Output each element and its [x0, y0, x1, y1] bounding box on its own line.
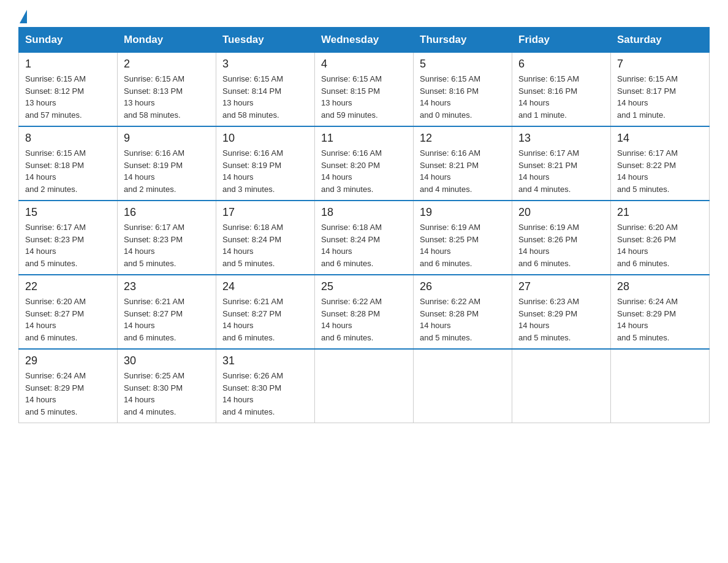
day-number: 6: [518, 58, 604, 71]
day-number: 2: [124, 58, 210, 71]
day-number: 18: [321, 206, 407, 219]
logo-triangle-icon: [20, 10, 27, 23]
calendar-cell: 8Sunrise: 6:15 AMSunset: 8:18 PM14 hours…: [19, 126, 118, 201]
day-info: Sunrise: 6:20 AMSunset: 8:26 PM14 hoursa…: [617, 221, 703, 269]
col-header-wednesday: Wednesday: [315, 28, 414, 53]
day-info: Sunrise: 6:15 AMSunset: 8:14 PM13 hoursa…: [222, 73, 308, 121]
col-header-friday: Friday: [512, 28, 611, 53]
calendar-cell: [414, 349, 512, 423]
calendar-week-2: 8Sunrise: 6:15 AMSunset: 8:18 PM14 hours…: [19, 126, 710, 201]
calendar-cell: 17Sunrise: 6:18 AMSunset: 8:24 PM14 hour…: [216, 201, 315, 275]
day-info: Sunrise: 6:16 AMSunset: 8:19 PM14 hoursa…: [222, 147, 308, 195]
logo: [18, 12, 27, 21]
day-info: Sunrise: 6:15 AMSunset: 8:15 PM13 hoursa…: [321, 73, 407, 121]
day-number: 13: [518, 132, 604, 145]
day-info: Sunrise: 6:15 AMSunset: 8:16 PM14 hoursa…: [420, 73, 506, 121]
col-header-thursday: Thursday: [414, 28, 512, 53]
calendar-cell: 2Sunrise: 6:15 AMSunset: 8:13 PM13 hours…: [118, 53, 216, 127]
calendar-table: SundayMondayTuesdayWednesdayThursdayFrid…: [18, 27, 710, 423]
day-number: 8: [25, 132, 111, 145]
day-number: 24: [222, 280, 308, 293]
day-number: 29: [25, 354, 111, 367]
calendar-cell: 23Sunrise: 6:21 AMSunset: 8:27 PM14 hour…: [118, 275, 216, 349]
day-info: Sunrise: 6:15 AMSunset: 8:16 PM14 hoursa…: [518, 73, 604, 121]
day-info: Sunrise: 6:25 AMSunset: 8:30 PM14 hoursa…: [124, 370, 210, 418]
day-number: 28: [617, 280, 703, 293]
day-number: 9: [124, 132, 210, 145]
day-info: Sunrise: 6:15 AMSunset: 8:17 PM14 hoursa…: [617, 73, 703, 121]
day-info: Sunrise: 6:15 AMSunset: 8:12 PM13 hoursa…: [25, 73, 111, 121]
calendar-cell: 11Sunrise: 6:16 AMSunset: 8:20 PM14 hour…: [315, 126, 414, 201]
calendar-cell: 12Sunrise: 6:16 AMSunset: 8:21 PM14 hour…: [414, 126, 512, 201]
day-number: 1: [25, 58, 111, 71]
calendar-cell: 10Sunrise: 6:16 AMSunset: 8:19 PM14 hour…: [216, 126, 315, 201]
day-info: Sunrise: 6:16 AMSunset: 8:19 PM14 hoursa…: [124, 147, 210, 195]
calendar-cell: 4Sunrise: 6:15 AMSunset: 8:15 PM13 hours…: [315, 53, 414, 127]
calendar-cell: [315, 349, 414, 423]
calendar-cell: 3Sunrise: 6:15 AMSunset: 8:14 PM13 hours…: [216, 53, 315, 127]
calendar-cell: 20Sunrise: 6:19 AMSunset: 8:26 PM14 hour…: [512, 201, 611, 275]
calendar-cell: 27Sunrise: 6:23 AMSunset: 8:29 PM14 hour…: [512, 275, 611, 349]
day-number: 23: [124, 280, 210, 293]
day-number: 17: [222, 206, 308, 219]
col-header-sunday: Sunday: [19, 28, 118, 53]
day-info: Sunrise: 6:23 AMSunset: 8:29 PM14 hoursa…: [518, 296, 604, 343]
day-info: Sunrise: 6:16 AMSunset: 8:20 PM14 hoursa…: [321, 147, 407, 195]
calendar-cell: 30Sunrise: 6:25 AMSunset: 8:30 PM14 hour…: [118, 349, 216, 423]
calendar-cell: 6Sunrise: 6:15 AMSunset: 8:16 PM14 hours…: [512, 53, 611, 127]
day-info: Sunrise: 6:19 AMSunset: 8:25 PM14 hoursa…: [420, 221, 506, 269]
day-number: 16: [124, 206, 210, 219]
calendar-cell: [512, 349, 611, 423]
calendar-cell: 28Sunrise: 6:24 AMSunset: 8:29 PM14 hour…: [611, 275, 710, 349]
calendar-cell: 13Sunrise: 6:17 AMSunset: 8:21 PM14 hour…: [512, 126, 611, 201]
col-header-monday: Monday: [118, 28, 216, 53]
day-info: Sunrise: 6:26 AMSunset: 8:30 PM14 hoursa…: [222, 370, 308, 418]
day-number: 30: [124, 354, 210, 367]
day-number: 27: [518, 280, 604, 293]
calendar-cell: 9Sunrise: 6:16 AMSunset: 8:19 PM14 hours…: [118, 126, 216, 201]
day-info: Sunrise: 6:17 AMSunset: 8:23 PM14 hoursa…: [25, 221, 111, 269]
day-info: Sunrise: 6:18 AMSunset: 8:24 PM14 hoursa…: [321, 221, 407, 269]
day-info: Sunrise: 6:16 AMSunset: 8:21 PM14 hoursa…: [420, 147, 506, 195]
calendar-cell: 25Sunrise: 6:22 AMSunset: 8:28 PM14 hour…: [315, 275, 414, 349]
calendar-cell: 22Sunrise: 6:20 AMSunset: 8:27 PM14 hour…: [19, 275, 118, 349]
day-number: 4: [321, 58, 407, 71]
calendar-header-row: SundayMondayTuesdayWednesdayThursdayFrid…: [19, 28, 710, 53]
calendar-cell: 16Sunrise: 6:17 AMSunset: 8:23 PM14 hour…: [118, 201, 216, 275]
calendar-cell: 21Sunrise: 6:20 AMSunset: 8:26 PM14 hour…: [611, 201, 710, 275]
day-info: Sunrise: 6:17 AMSunset: 8:21 PM14 hoursa…: [518, 147, 604, 195]
day-number: 7: [617, 58, 703, 71]
calendar-week-4: 22Sunrise: 6:20 AMSunset: 8:27 PM14 hour…: [19, 275, 710, 349]
day-number: 20: [518, 206, 604, 219]
calendar-cell: 19Sunrise: 6:19 AMSunset: 8:25 PM14 hour…: [414, 201, 512, 275]
day-info: Sunrise: 6:24 AMSunset: 8:29 PM14 hoursa…: [25, 370, 111, 418]
calendar-cell: 29Sunrise: 6:24 AMSunset: 8:29 PM14 hour…: [19, 349, 118, 423]
calendar-cell: 18Sunrise: 6:18 AMSunset: 8:24 PM14 hour…: [315, 201, 414, 275]
calendar-week-5: 29Sunrise: 6:24 AMSunset: 8:29 PM14 hour…: [19, 349, 710, 423]
calendar-cell: 7Sunrise: 6:15 AMSunset: 8:17 PM14 hours…: [611, 53, 710, 127]
day-number: 26: [420, 280, 506, 293]
calendar-cell: 24Sunrise: 6:21 AMSunset: 8:27 PM14 hour…: [216, 275, 315, 349]
day-number: 19: [420, 206, 506, 219]
calendar-cell: 5Sunrise: 6:15 AMSunset: 8:16 PM14 hours…: [414, 53, 512, 127]
day-info: Sunrise: 6:20 AMSunset: 8:27 PM14 hoursa…: [25, 296, 111, 343]
page-header: [18, 12, 710, 21]
logo-text: [18, 12, 27, 23]
col-header-saturday: Saturday: [611, 28, 710, 53]
calendar-cell: 1Sunrise: 6:15 AMSunset: 8:12 PM13 hours…: [19, 53, 118, 127]
calendar-week-3: 15Sunrise: 6:17 AMSunset: 8:23 PM14 hour…: [19, 201, 710, 275]
day-info: Sunrise: 6:19 AMSunset: 8:26 PM14 hoursa…: [518, 221, 604, 269]
day-info: Sunrise: 6:15 AMSunset: 8:18 PM14 hoursa…: [25, 147, 111, 195]
day-number: 25: [321, 280, 407, 293]
day-number: 3: [222, 58, 308, 71]
calendar-week-1: 1Sunrise: 6:15 AMSunset: 8:12 PM13 hours…: [19, 53, 710, 127]
day-info: Sunrise: 6:17 AMSunset: 8:22 PM14 hoursa…: [617, 147, 703, 195]
day-number: 14: [617, 132, 703, 145]
day-number: 21: [617, 206, 703, 219]
calendar-cell: 14Sunrise: 6:17 AMSunset: 8:22 PM14 hour…: [611, 126, 710, 201]
day-info: Sunrise: 6:21 AMSunset: 8:27 PM14 hoursa…: [222, 296, 308, 343]
day-info: Sunrise: 6:15 AMSunset: 8:13 PM13 hoursa…: [124, 73, 210, 121]
day-info: Sunrise: 6:21 AMSunset: 8:27 PM14 hoursa…: [124, 296, 210, 343]
day-number: 10: [222, 132, 308, 145]
day-number: 31: [222, 354, 308, 367]
